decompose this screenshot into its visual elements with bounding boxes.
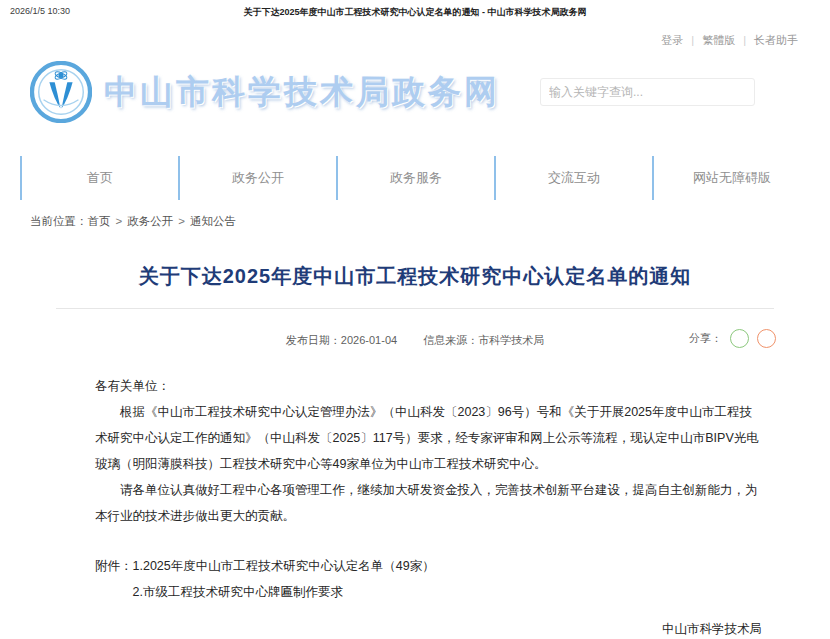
traditional-version-link[interactable]: 繁體版 bbox=[702, 34, 735, 46]
source-label: 信息来源： bbox=[423, 334, 478, 346]
attachment-2[interactable]: 2.市级工程技术研究中心牌匾制作要求 bbox=[133, 579, 435, 605]
salutation: 各有关单位： bbox=[95, 373, 762, 399]
nav-item-interaction[interactable]: 交流互动 bbox=[494, 156, 652, 200]
breadcrumb-label: 当前位置： bbox=[30, 215, 88, 227]
attachments: 附件： 1.2025年度中山市工程技术研究中心认定名单（49家） 2.市级工程技… bbox=[95, 553, 762, 605]
source: 市科学技术局 bbox=[478, 334, 544, 346]
page: { "print_header": { "timestamp": "2026/1… bbox=[0, 0, 830, 639]
share-label: 分享： bbox=[689, 331, 722, 346]
nav-item-gov-disclosure[interactable]: 政务公开 bbox=[178, 156, 336, 200]
paragraph-1: 根据《中山市工程技术研究中心认定管理办法》（中山科发〔2023〕96号）号和《关… bbox=[95, 399, 762, 477]
breadcrumb: 当前位置：首页>政务公开>通知公告 bbox=[30, 214, 830, 229]
main-nav: 首页 政务公开 政务服务 交流互动 网站无障碍版 bbox=[20, 156, 810, 200]
article-title: 关于下达2025年度中山市工程技术研究中心认定名单的通知 bbox=[68, 263, 762, 290]
breadcrumb-gov-disclosure[interactable]: 政务公开 bbox=[127, 215, 173, 227]
article: 关于下达2025年度中山市工程技术研究中心认定名单的通知 发布日期：2026-0… bbox=[0, 263, 830, 639]
print-timestamp: 2026/1/5 10:30 bbox=[10, 6, 140, 16]
site-header: 中山市科学技术局政务网 bbox=[0, 48, 830, 128]
attachments-label: 附件： bbox=[95, 553, 133, 605]
utility-bar: 登录|繁體版|长者助手 bbox=[0, 19, 830, 48]
signature: 中山市科学技术局 bbox=[68, 621, 762, 638]
share-bar: 分享： bbox=[689, 329, 776, 348]
article-meta: 发布日期：2026-01-04信息来源：市科学技术局 分享： bbox=[68, 329, 762, 351]
publish-date: 2026-01-04 bbox=[341, 334, 397, 346]
print-page-title: 关于下达2025年度中山市工程技术研究中心认定名单的通知 - 中山市科学技术局政… bbox=[140, 6, 690, 19]
elder-assist-link[interactable]: 长者助手 bbox=[754, 34, 798, 46]
share-weibo-icon[interactable] bbox=[757, 329, 776, 348]
search-box bbox=[540, 78, 755, 106]
nav-item-gov-services[interactable]: 政务服务 bbox=[336, 156, 494, 200]
print-header: 2026/1/5 10:30 关于下达2025年度中山市工程技术研究中心认定名单… bbox=[0, 0, 830, 19]
paragraph-2: 请各单位认真做好工程中心各项管理工作，继续加大研发资金投入，完善技术创新平台建设… bbox=[95, 477, 762, 529]
nav-item-accessibility[interactable]: 网站无障碍版 bbox=[652, 156, 810, 200]
site-logo-icon[interactable] bbox=[30, 61, 92, 123]
attachment-1[interactable]: 1.2025年度中山市工程技术研究中心认定名单（49家） bbox=[133, 553, 435, 579]
breadcrumb-notices[interactable]: 通知公告 bbox=[190, 215, 236, 227]
breadcrumb-home[interactable]: 首页 bbox=[88, 215, 111, 227]
nav-item-home[interactable]: 首页 bbox=[20, 156, 178, 200]
site-name[interactable]: 中山市科学技术局政务网 bbox=[104, 70, 500, 115]
search-input[interactable] bbox=[540, 78, 755, 106]
article-body: 各有关单位： 根据《中山市工程技术研究中心认定管理办法》（中山科发〔2023〕9… bbox=[95, 373, 762, 529]
share-wechat-icon[interactable] bbox=[730, 329, 749, 348]
publish-date-label: 发布日期： bbox=[286, 334, 341, 346]
login-link[interactable]: 登录 bbox=[661, 34, 683, 46]
title-divider bbox=[56, 308, 774, 309]
